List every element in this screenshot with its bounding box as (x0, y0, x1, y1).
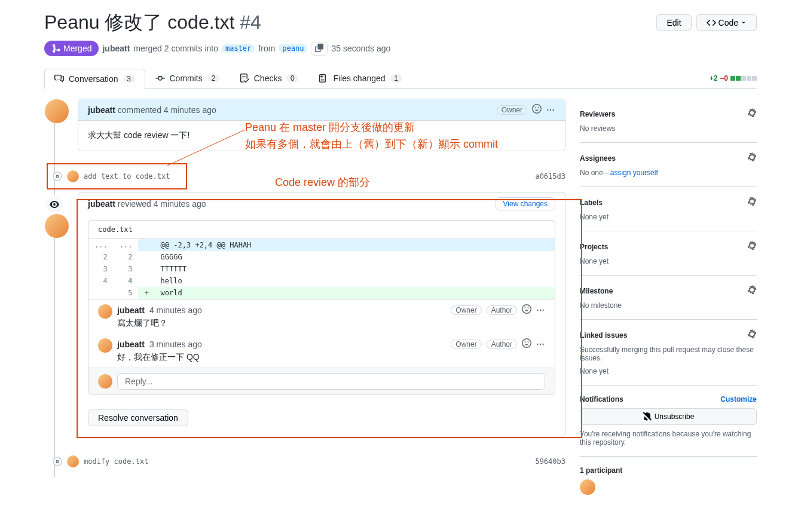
reply-input[interactable] (117, 373, 545, 390)
commit-badge-icon (53, 457, 62, 466)
tab-commits[interactable]: Commits 2 (145, 68, 230, 88)
owner-badge: Owner (497, 105, 527, 115)
sidebar-projects-title: Projects (580, 243, 608, 251)
pr-title: Peanu 修改了 code.txt #4 (44, 10, 261, 36)
merge-icon (51, 44, 61, 53)
state-badge-merged: Merged (44, 41, 99, 56)
kebab-icon[interactable]: ⋯ (536, 305, 545, 315)
assign-yourself-link[interactable]: assign yourself (610, 169, 658, 177)
sidebar-notifications-title: Notifications (580, 395, 623, 403)
base-branch[interactable]: master (222, 44, 255, 53)
commit-sha[interactable]: a0615d3 (535, 172, 565, 181)
tab-files[interactable]: Files changed 1 (308, 68, 412, 88)
kebab-icon[interactable]: ⋯ (536, 340, 545, 349)
avatar[interactable] (98, 374, 112, 389)
avatar[interactable] (67, 455, 79, 467)
view-changes-button[interactable]: View changes (496, 197, 556, 210)
svg-point-1 (56, 460, 59, 463)
owner-badge: Owner (451, 305, 481, 315)
avatar[interactable] (45, 99, 69, 123)
review-comment: jubeatt 3 minutes ago Owner Author ⋯ (88, 334, 555, 368)
chevron-down-icon (741, 20, 747, 26)
kebab-icon[interactable]: ⋯ (546, 105, 555, 115)
commit-sha[interactable]: 59640b3 (535, 457, 565, 466)
diff-table: ... ... @@ -2,3 +2,4 @@ HAHAH 22 GGGGG 3… (88, 239, 555, 299)
svg-point-0 (56, 175, 59, 178)
sidebar-milestone-title: Milestone (580, 287, 613, 295)
customize-link[interactable]: Customize (720, 395, 757, 403)
gear-icon[interactable] (747, 329, 757, 341)
meta-author[interactable]: jubeatt (102, 44, 130, 53)
file-diff-icon (319, 74, 328, 83)
edit-button[interactable]: Edit (656, 14, 691, 31)
commit-message[interactable]: modify code.txt (84, 457, 530, 466)
emoji-icon[interactable] (522, 304, 531, 316)
avatar[interactable] (98, 304, 112, 319)
sidebar-assignees-title: Assignees (580, 154, 616, 163)
tab-checks[interactable]: Checks 0 (230, 68, 309, 88)
copy-branch-icon[interactable] (311, 42, 328, 56)
sidebar-participants-title: 1 participant (580, 466, 622, 475)
tab-conversation[interactable]: Conversation 3 (44, 69, 145, 89)
unsubscribe-button[interactable]: Unsubscribe (580, 408, 757, 425)
review-box: jubeatt reviewed 4 minutes ago View chan… (78, 192, 565, 436)
gear-icon[interactable] (747, 285, 757, 296)
comment-author[interactable]: jubeatt (88, 105, 115, 115)
sidebar-linked-title: Linked issues (580, 331, 627, 340)
author-badge: Author (487, 305, 517, 315)
gear-icon[interactable] (747, 108, 757, 120)
commit-item: add text to code.txt a0615d3 (50, 161, 565, 192)
gear-icon[interactable] (747, 152, 757, 164)
diff-stats: +2 −0 (710, 74, 757, 82)
comment-body: 求大大幫 code review 一下! (78, 121, 565, 151)
sidebar-labels-title: Labels (580, 198, 603, 207)
review-comment: jubeatt 4 minutes ago Owner Author ⋯ (88, 299, 555, 334)
head-branch[interactable]: peanu (279, 44, 307, 53)
gear-icon[interactable] (747, 241, 757, 252)
first-comment: jubeatt commented 4 minutes ago Owner ⋯ … (78, 99, 565, 151)
diff-file-name[interactable]: code.txt (88, 221, 555, 239)
checklist-icon (240, 74, 249, 83)
diff-file: code.txt ... ... @@ -2,3 +2,4 @@ HAHAH 2… (88, 220, 555, 395)
author-badge: Author (487, 340, 517, 349)
sidebar-reviewers-title: Reviewers (580, 110, 615, 118)
avatar[interactable] (67, 170, 79, 182)
comment-discussion-icon (54, 74, 64, 84)
review-author[interactable]: jubeatt (88, 199, 115, 209)
eye-icon (45, 195, 64, 214)
meta-time: 35 seconds ago (331, 44, 390, 53)
git-commit-icon (155, 74, 165, 83)
code-icon (707, 18, 716, 27)
avatar[interactable] (45, 214, 69, 238)
gear-icon[interactable] (747, 197, 757, 208)
resolve-conversation-button[interactable]: Resolve conversation (88, 409, 188, 426)
code-button[interactable]: Code (696, 14, 757, 31)
participant-avatar[interactable] (580, 479, 595, 495)
pr-number: #4 (240, 11, 261, 33)
owner-badge: Owner (451, 340, 481, 349)
bell-slash-icon (643, 412, 652, 421)
commit-message[interactable]: add text to code.txt (84, 172, 530, 181)
commit-badge-icon (53, 172, 62, 181)
emoji-icon[interactable] (532, 104, 542, 115)
commit-item: modify code.txt 59640b3 (50, 446, 565, 477)
emoji-icon[interactable] (522, 338, 531, 350)
avatar[interactable] (98, 338, 112, 353)
